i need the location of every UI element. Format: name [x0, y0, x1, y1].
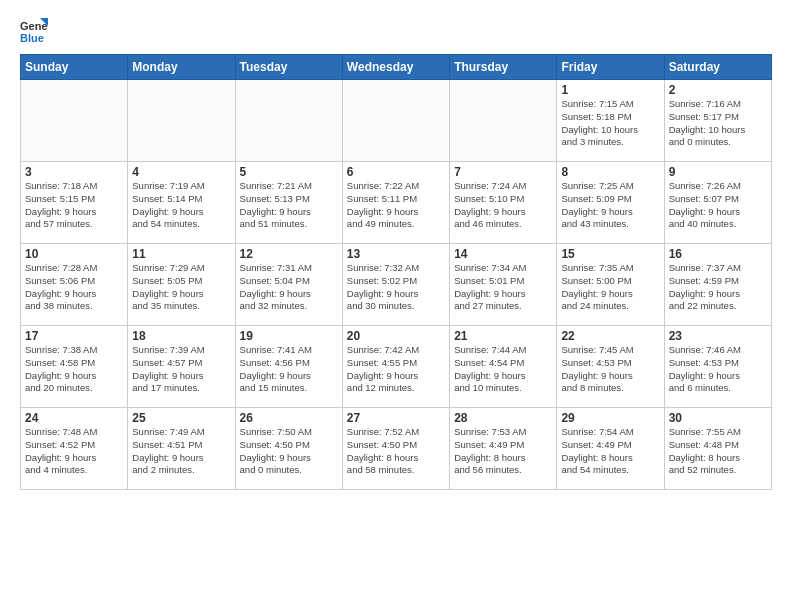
calendar-header-row: SundayMondayTuesdayWednesdayThursdayFrid…	[21, 55, 772, 80]
weekday-header-saturday: Saturday	[664, 55, 771, 80]
calendar-day-cell	[450, 80, 557, 162]
day-number: 17	[25, 329, 123, 343]
day-number: 13	[347, 247, 445, 261]
day-number: 29	[561, 411, 659, 425]
header: General Blue	[20, 16, 772, 44]
day-info: Sunrise: 7:42 AM Sunset: 4:55 PM Dayligh…	[347, 344, 445, 395]
day-info: Sunrise: 7:53 AM Sunset: 4:49 PM Dayligh…	[454, 426, 552, 477]
calendar-day-cell: 7Sunrise: 7:24 AM Sunset: 5:10 PM Daylig…	[450, 162, 557, 244]
calendar-day-cell: 8Sunrise: 7:25 AM Sunset: 5:09 PM Daylig…	[557, 162, 664, 244]
day-number: 23	[669, 329, 767, 343]
calendar-week-row: 24Sunrise: 7:48 AM Sunset: 4:52 PM Dayli…	[21, 408, 772, 490]
calendar-day-cell: 22Sunrise: 7:45 AM Sunset: 4:53 PM Dayli…	[557, 326, 664, 408]
day-info: Sunrise: 7:32 AM Sunset: 5:02 PM Dayligh…	[347, 262, 445, 313]
calendar-day-cell: 12Sunrise: 7:31 AM Sunset: 5:04 PM Dayli…	[235, 244, 342, 326]
day-number: 16	[669, 247, 767, 261]
day-info: Sunrise: 7:50 AM Sunset: 4:50 PM Dayligh…	[240, 426, 338, 477]
weekday-header-wednesday: Wednesday	[342, 55, 449, 80]
day-info: Sunrise: 7:54 AM Sunset: 4:49 PM Dayligh…	[561, 426, 659, 477]
calendar-day-cell: 19Sunrise: 7:41 AM Sunset: 4:56 PM Dayli…	[235, 326, 342, 408]
day-number: 20	[347, 329, 445, 343]
day-number: 25	[132, 411, 230, 425]
calendar-day-cell: 17Sunrise: 7:38 AM Sunset: 4:58 PM Dayli…	[21, 326, 128, 408]
day-number: 27	[347, 411, 445, 425]
calendar-day-cell: 24Sunrise: 7:48 AM Sunset: 4:52 PM Dayli…	[21, 408, 128, 490]
calendar-day-cell: 21Sunrise: 7:44 AM Sunset: 4:54 PM Dayli…	[450, 326, 557, 408]
calendar-table: SundayMondayTuesdayWednesdayThursdayFrid…	[20, 54, 772, 490]
calendar-day-cell: 15Sunrise: 7:35 AM Sunset: 5:00 PM Dayli…	[557, 244, 664, 326]
calendar-day-cell: 16Sunrise: 7:37 AM Sunset: 4:59 PM Dayli…	[664, 244, 771, 326]
day-number: 4	[132, 165, 230, 179]
day-info: Sunrise: 7:22 AM Sunset: 5:11 PM Dayligh…	[347, 180, 445, 231]
calendar-day-cell: 11Sunrise: 7:29 AM Sunset: 5:05 PM Dayli…	[128, 244, 235, 326]
day-number: 2	[669, 83, 767, 97]
calendar-day-cell: 23Sunrise: 7:46 AM Sunset: 4:53 PM Dayli…	[664, 326, 771, 408]
day-number: 14	[454, 247, 552, 261]
day-number: 21	[454, 329, 552, 343]
day-info: Sunrise: 7:48 AM Sunset: 4:52 PM Dayligh…	[25, 426, 123, 477]
calendar-day-cell: 29Sunrise: 7:54 AM Sunset: 4:49 PM Dayli…	[557, 408, 664, 490]
calendar-day-cell: 1Sunrise: 7:15 AM Sunset: 5:18 PM Daylig…	[557, 80, 664, 162]
calendar-day-cell: 30Sunrise: 7:55 AM Sunset: 4:48 PM Dayli…	[664, 408, 771, 490]
day-number: 6	[347, 165, 445, 179]
weekday-header-thursday: Thursday	[450, 55, 557, 80]
calendar-day-cell: 3Sunrise: 7:18 AM Sunset: 5:15 PM Daylig…	[21, 162, 128, 244]
calendar-day-cell: 26Sunrise: 7:50 AM Sunset: 4:50 PM Dayli…	[235, 408, 342, 490]
day-number: 28	[454, 411, 552, 425]
day-info: Sunrise: 7:15 AM Sunset: 5:18 PM Dayligh…	[561, 98, 659, 149]
logo: General Blue	[20, 16, 52, 44]
day-number: 8	[561, 165, 659, 179]
day-info: Sunrise: 7:55 AM Sunset: 4:48 PM Dayligh…	[669, 426, 767, 477]
day-number: 1	[561, 83, 659, 97]
day-info: Sunrise: 7:46 AM Sunset: 4:53 PM Dayligh…	[669, 344, 767, 395]
day-number: 30	[669, 411, 767, 425]
day-info: Sunrise: 7:52 AM Sunset: 4:50 PM Dayligh…	[347, 426, 445, 477]
calendar-day-cell: 18Sunrise: 7:39 AM Sunset: 4:57 PM Dayli…	[128, 326, 235, 408]
weekday-header-monday: Monday	[128, 55, 235, 80]
calendar-day-cell: 28Sunrise: 7:53 AM Sunset: 4:49 PM Dayli…	[450, 408, 557, 490]
day-info: Sunrise: 7:18 AM Sunset: 5:15 PM Dayligh…	[25, 180, 123, 231]
svg-text:Blue: Blue	[20, 32, 44, 44]
calendar-day-cell: 13Sunrise: 7:32 AM Sunset: 5:02 PM Dayli…	[342, 244, 449, 326]
calendar-day-cell: 10Sunrise: 7:28 AM Sunset: 5:06 PM Dayli…	[21, 244, 128, 326]
day-info: Sunrise: 7:28 AM Sunset: 5:06 PM Dayligh…	[25, 262, 123, 313]
day-info: Sunrise: 7:39 AM Sunset: 4:57 PM Dayligh…	[132, 344, 230, 395]
day-info: Sunrise: 7:38 AM Sunset: 4:58 PM Dayligh…	[25, 344, 123, 395]
logo-icon: General Blue	[20, 16, 48, 44]
day-number: 15	[561, 247, 659, 261]
weekday-header-tuesday: Tuesday	[235, 55, 342, 80]
day-info: Sunrise: 7:26 AM Sunset: 5:07 PM Dayligh…	[669, 180, 767, 231]
calendar-day-cell: 20Sunrise: 7:42 AM Sunset: 4:55 PM Dayli…	[342, 326, 449, 408]
day-info: Sunrise: 7:24 AM Sunset: 5:10 PM Dayligh…	[454, 180, 552, 231]
day-info: Sunrise: 7:21 AM Sunset: 5:13 PM Dayligh…	[240, 180, 338, 231]
calendar-day-cell: 14Sunrise: 7:34 AM Sunset: 5:01 PM Dayli…	[450, 244, 557, 326]
calendar-day-cell: 4Sunrise: 7:19 AM Sunset: 5:14 PM Daylig…	[128, 162, 235, 244]
calendar-day-cell: 2Sunrise: 7:16 AM Sunset: 5:17 PM Daylig…	[664, 80, 771, 162]
calendar-day-cell: 25Sunrise: 7:49 AM Sunset: 4:51 PM Dayli…	[128, 408, 235, 490]
day-number: 3	[25, 165, 123, 179]
calendar-day-cell	[21, 80, 128, 162]
calendar-day-cell: 27Sunrise: 7:52 AM Sunset: 4:50 PM Dayli…	[342, 408, 449, 490]
day-number: 7	[454, 165, 552, 179]
day-number: 22	[561, 329, 659, 343]
day-info: Sunrise: 7:34 AM Sunset: 5:01 PM Dayligh…	[454, 262, 552, 313]
calendar-day-cell: 9Sunrise: 7:26 AM Sunset: 5:07 PM Daylig…	[664, 162, 771, 244]
calendar-day-cell: 6Sunrise: 7:22 AM Sunset: 5:11 PM Daylig…	[342, 162, 449, 244]
calendar-week-row: 17Sunrise: 7:38 AM Sunset: 4:58 PM Dayli…	[21, 326, 772, 408]
weekday-header-sunday: Sunday	[21, 55, 128, 80]
calendar-week-row: 10Sunrise: 7:28 AM Sunset: 5:06 PM Dayli…	[21, 244, 772, 326]
day-number: 18	[132, 329, 230, 343]
day-info: Sunrise: 7:16 AM Sunset: 5:17 PM Dayligh…	[669, 98, 767, 149]
day-info: Sunrise: 7:49 AM Sunset: 4:51 PM Dayligh…	[132, 426, 230, 477]
day-info: Sunrise: 7:41 AM Sunset: 4:56 PM Dayligh…	[240, 344, 338, 395]
day-info: Sunrise: 7:45 AM Sunset: 4:53 PM Dayligh…	[561, 344, 659, 395]
day-info: Sunrise: 7:19 AM Sunset: 5:14 PM Dayligh…	[132, 180, 230, 231]
day-info: Sunrise: 7:31 AM Sunset: 5:04 PM Dayligh…	[240, 262, 338, 313]
weekday-header-friday: Friday	[557, 55, 664, 80]
calendar-week-row: 1Sunrise: 7:15 AM Sunset: 5:18 PM Daylig…	[21, 80, 772, 162]
page-container: General Blue SundayMondayTuesdayWednesda…	[0, 0, 792, 500]
day-number: 5	[240, 165, 338, 179]
day-number: 24	[25, 411, 123, 425]
calendar-day-cell	[342, 80, 449, 162]
calendar-day-cell	[235, 80, 342, 162]
